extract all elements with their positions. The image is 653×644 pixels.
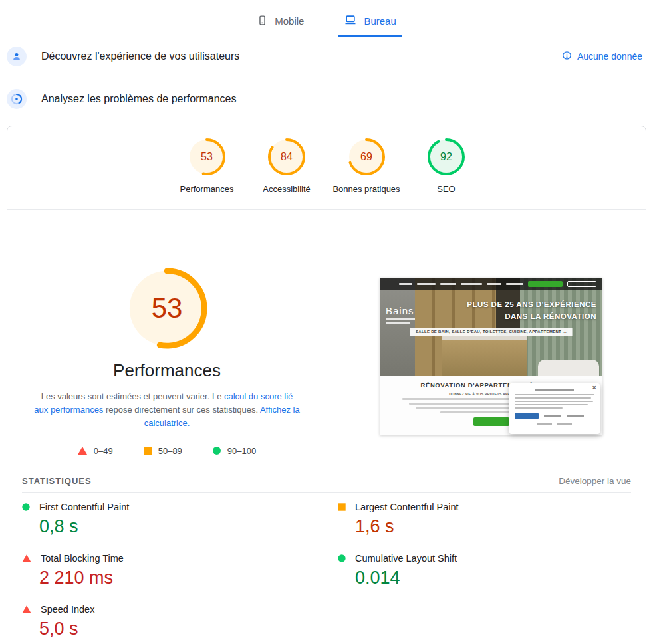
tab-mobile-label: Mobile (275, 15, 304, 27)
category-gauges: 53 Performances 84 Accessibilité 69 (7, 126, 646, 209)
metric-cumulative-layout-shift: Cumulative Layout Shift 0.014 (338, 544, 631, 595)
site-nav-green-button (528, 281, 563, 287)
performance-summary-column: 53 Performances Les valeurs sont estimée… (7, 210, 326, 456)
score-label: Accessibilité (263, 184, 311, 195)
performance-detail: 53 Performances Les valeurs sont estimée… (7, 210, 646, 456)
metric-value: 1,6 s (355, 516, 631, 537)
pass-circle-icon (213, 447, 221, 455)
site-cta-button (473, 417, 509, 426)
cookie-accept-button (515, 413, 539, 419)
metric-value: 2 210 ms (39, 568, 315, 588)
legend-range: 50–89 (158, 446, 182, 456)
metric-value: 0,8 s (39, 516, 315, 537)
info-icon (562, 51, 572, 62)
site-hero-title: PLUS DE 25 ANS D'EXPÉRIENCE DANS LA RÉNO… (467, 298, 596, 323)
cookie-settings-button (567, 415, 584, 417)
metric-name: Speed Index (41, 604, 94, 615)
metric-name: Cumulative Layout Shift (355, 553, 457, 564)
section-analyze[interactable]: Analysez les problèmes de performances (0, 76, 653, 122)
column-divider (326, 323, 326, 393)
average-square-icon (144, 447, 152, 455)
cookie-refuse-button (544, 415, 561, 417)
legend-average: 50–89 (144, 446, 182, 456)
performance-big-gauge: 53 (126, 267, 208, 350)
tab-mobile[interactable]: Mobile (251, 9, 309, 37)
legend-pass: 90–100 (213, 446, 256, 456)
section-user-experience[interactable]: Découvrez l'expérience de vos utilisateu… (0, 37, 653, 76)
site-nav-outline-button (567, 281, 596, 287)
metric-name: Total Blocking Time (41, 553, 124, 564)
score-value: 92 (428, 138, 465, 175)
score-value: 69 (348, 138, 385, 175)
score-value: 53 (188, 138, 225, 175)
score-legend: 0–49 50–89 90–100 (78, 446, 256, 456)
site-logo: Bains (386, 305, 415, 324)
metric-status-icon (22, 554, 31, 562)
users-icon (7, 47, 27, 66)
score-label: SEO (437, 184, 455, 195)
legend-fail: 0–49 (78, 446, 113, 456)
no-data-label: Aucune donnée (577, 51, 642, 62)
metric-status-icon (22, 605, 31, 613)
mobile-phone-icon (257, 15, 268, 28)
score-value: 84 (268, 138, 305, 175)
section-title-experience: Découvrez l'expérience de vos utilisateu… (41, 51, 547, 62)
no-data-link[interactable]: Aucune donnée (562, 51, 642, 62)
metric-status-icon (338, 503, 345, 510)
metric-status-icon (22, 503, 29, 510)
performance-title: Performances (113, 360, 221, 381)
fail-triangle-icon (78, 447, 87, 455)
score-gauge-accessibilite[interactable]: 84 Accessibilité (247, 138, 326, 195)
desc-text: Les valeurs sont estimées et peuvent var… (41, 391, 224, 401)
legend-range: 90–100 (227, 446, 256, 456)
metric-name: Largest Contentful Paint (355, 502, 459, 512)
performance-score-value: 53 (126, 267, 208, 350)
score-label: Performances (180, 184, 234, 195)
performance-description: Les valeurs sont estimées et peuvent var… (33, 390, 301, 430)
cookie-close-icon: ✕ (592, 385, 596, 391)
site-hero-image: Bains PLUS DE 25 ANS D'EXPÉRIENCE DANS L… (380, 278, 602, 376)
metric-speed-index: Speed Index 5,0 s (22, 595, 315, 644)
screenshot-column: Bains PLUS DE 25 ANS D'EXPÉRIENCE DANS L… (326, 210, 646, 456)
metric-first-contentful-paint: First Contentful Paint 0,8 s (22, 493, 315, 544)
metrics-grid: First Contentful Paint 0,8 s Largest Con… (7, 493, 646, 644)
site-hero-subtitle: SALLE DE BAIN, SALLE D'EAU, TOILETTES, C… (410, 328, 573, 336)
score-gauge-bonnes-pratiques[interactable]: 69 Bonnes pratiques (326, 138, 406, 195)
metric-empty-cell (338, 595, 631, 644)
legend-range: 0–49 (94, 446, 113, 456)
site-navbar (380, 278, 602, 290)
speedometer-icon (7, 89, 27, 109)
tab-bureau-label: Bureau (364, 15, 396, 27)
report-card: 53 Performances 84 Accessibilité 69 (7, 126, 646, 644)
score-gauge-seo[interactable]: 92 SEO (406, 138, 486, 195)
desc-text: repose directement sur ces statistiques. (103, 405, 260, 415)
score-label: Bonnes pratiques (332, 184, 400, 195)
metric-status-icon (338, 554, 345, 562)
score-gauge-performances[interactable]: 53 Performances (167, 138, 247, 195)
laptop-icon (344, 13, 357, 29)
statistics-header: STATISTIQUES Développer la vue (7, 476, 646, 486)
device-tabs: Mobile Bureau (0, 0, 653, 37)
tab-bureau[interactable]: Bureau (338, 9, 401, 37)
section-title-analyze: Analysez les problèmes de performances (41, 93, 642, 105)
metric-value: 5,0 s (39, 619, 315, 639)
expand-view-link[interactable]: Développer la vue (559, 476, 631, 486)
metric-largest-contentful-paint: Largest Contentful Paint 1,6 s (338, 493, 631, 544)
cookie-consent-dialog: ✕ (509, 383, 600, 434)
statistics-heading: STATISTIQUES (22, 476, 92, 486)
metric-value: 0.014 (355, 568, 631, 588)
metric-name: First Contentful Paint (39, 502, 129, 512)
site-screenshot-thumbnail[interactable]: Bains PLUS DE 25 ANS D'EXPÉRIENCE DANS L… (380, 278, 602, 435)
metric-total-blocking-time: Total Blocking Time 2 210 ms (22, 544, 315, 595)
